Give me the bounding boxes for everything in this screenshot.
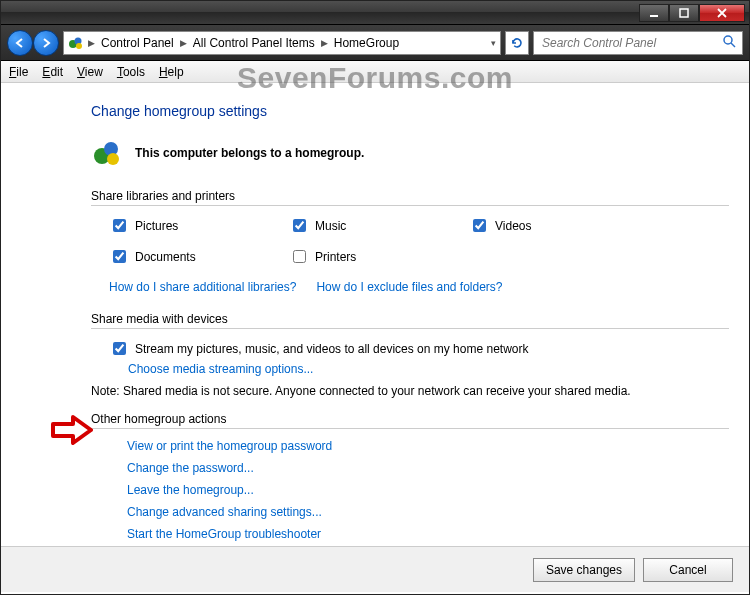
svg-point-4 — [76, 43, 82, 49]
svg-rect-0 — [650, 15, 658, 17]
chevron-down-icon[interactable]: ▾ — [491, 38, 496, 48]
link-advanced-sharing[interactable]: Change advanced sharing settings... — [127, 505, 729, 519]
search-input[interactable] — [540, 35, 722, 51]
close-button[interactable] — [699, 4, 745, 22]
svg-rect-1 — [680, 9, 688, 17]
navbar: ▶ Control Panel ▶ All Control Panel Item… — [1, 25, 749, 61]
page-title: Change homegroup settings — [91, 103, 729, 119]
checkbox-printers[interactable]: Printers — [289, 247, 469, 266]
content-pane: Change homegroup settings This computer … — [1, 83, 749, 546]
section-share-media: Share media with devices — [91, 312, 729, 329]
checkbox-stream[interactable]: Stream my pictures, music, and videos to… — [109, 339, 729, 358]
checkbox-printers-input[interactable] — [293, 250, 306, 263]
svg-point-5 — [724, 36, 732, 44]
stream-block: Stream my pictures, music, and videos to… — [109, 339, 729, 376]
chevron-right-icon: ▶ — [180, 38, 187, 48]
checkbox-music-input[interactable] — [293, 219, 306, 232]
link-view-password[interactable]: View or print the homegroup password — [127, 439, 729, 453]
section-other-actions: Other homegroup actions — [91, 412, 729, 429]
search-icon — [722, 34, 736, 51]
checkbox-videos-input[interactable] — [473, 219, 486, 232]
forward-button[interactable] — [33, 30, 59, 56]
share-checkbox-grid: Pictures Music Videos Documents Printers — [109, 216, 729, 266]
link-share-additional[interactable]: How do I share additional libraries? — [109, 280, 296, 294]
checkbox-pictures[interactable]: Pictures — [109, 216, 289, 235]
link-media-options[interactable]: Choose media streaming options... — [128, 362, 313, 376]
checkbox-documents-input[interactable] — [113, 250, 126, 263]
footer: Save changes Cancel — [1, 546, 749, 592]
breadcrumb-item[interactable]: Control Panel — [99, 36, 176, 50]
homegroup-large-icon — [91, 137, 123, 169]
link-troubleshooter[interactable]: Start the HomeGroup troubleshooter — [127, 527, 729, 541]
window-frame: ▶ Control Panel ▶ All Control Panel Item… — [0, 0, 750, 595]
section-share-libs: Share libraries and printers — [91, 189, 729, 206]
chevron-right-icon: ▶ — [88, 38, 95, 48]
svg-point-9 — [107, 153, 119, 165]
back-button[interactable] — [7, 30, 33, 56]
chevron-right-icon: ▶ — [321, 38, 328, 48]
menu-edit[interactable]: Edit — [42, 65, 63, 79]
address-bar[interactable]: ▶ Control Panel ▶ All Control Panel Item… — [63, 31, 501, 55]
breadcrumb-item[interactable]: All Control Panel Items — [191, 36, 317, 50]
checkbox-pictures-input[interactable] — [113, 219, 126, 232]
actions-list: View or print the homegroup password Cha… — [127, 439, 729, 541]
menu-help[interactable]: Help — [159, 65, 184, 79]
titlebar — [1, 1, 749, 25]
refresh-button[interactable] — [505, 31, 529, 55]
maximize-button[interactable] — [669, 4, 699, 22]
svg-line-6 — [731, 43, 735, 47]
checkbox-stream-input[interactable] — [113, 342, 126, 355]
homegroup-icon — [68, 35, 84, 51]
arrow-callout-icon — [51, 415, 93, 445]
belongs-text: This computer belongs to a homegroup. — [135, 146, 364, 160]
link-leave-homegroup[interactable]: Leave the homegroup... — [127, 483, 729, 497]
note-text: Note: Shared media is not secure. Anyone… — [91, 384, 729, 398]
link-change-password[interactable]: Change the password... — [127, 461, 729, 475]
save-button[interactable]: Save changes — [533, 558, 635, 582]
menu-bar: File Edit View Tools Help — [1, 61, 749, 83]
checkbox-documents[interactable]: Documents — [109, 247, 289, 266]
checkbox-music[interactable]: Music — [289, 216, 469, 235]
minimize-button[interactable] — [639, 4, 669, 22]
breadcrumb-item[interactable]: HomeGroup — [332, 36, 401, 50]
nav-arrows — [7, 30, 59, 56]
link-exclude[interactable]: How do I exclude files and folders? — [316, 280, 502, 294]
menu-tools[interactable]: Tools — [117, 65, 145, 79]
help-links-row: How do I share additional libraries? How… — [109, 280, 729, 294]
menu-file[interactable]: File — [9, 65, 28, 79]
cancel-button[interactable]: Cancel — [643, 558, 733, 582]
menu-view[interactable]: View — [77, 65, 103, 79]
search-box[interactable] — [533, 31, 743, 55]
belongs-row: This computer belongs to a homegroup. — [91, 137, 729, 169]
checkbox-videos[interactable]: Videos — [469, 216, 649, 235]
